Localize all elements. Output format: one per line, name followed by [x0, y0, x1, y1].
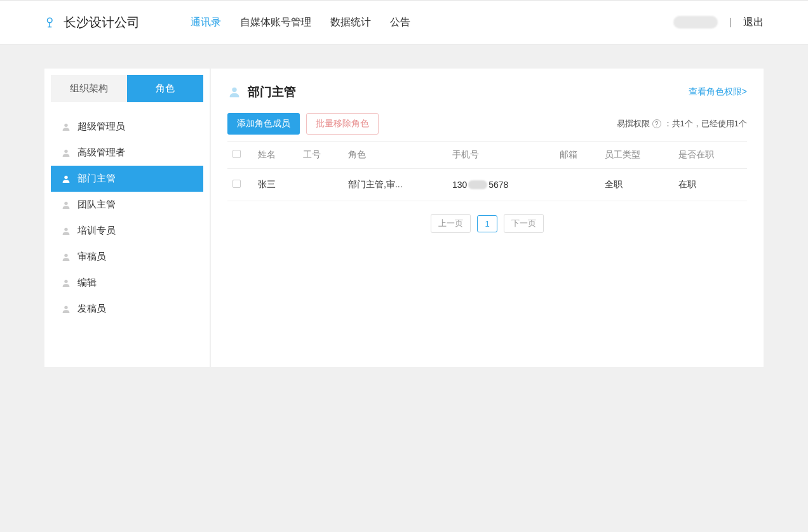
person-icon — [61, 252, 71, 262]
summary-prefix: 易撰权限 — [617, 118, 650, 130]
help-icon[interactable]: ? — [652, 119, 661, 128]
role-label: 编辑 — [77, 277, 97, 289]
cell-name: 张三 — [253, 169, 298, 201]
role-item-dept-manager[interactable]: 部门主管 — [51, 166, 203, 192]
select-all-checkbox[interactable] — [232, 150, 241, 158]
role-item-publisher[interactable]: 发稿员 — [51, 296, 203, 322]
role-label: 发稿员 — [77, 303, 106, 315]
svg-point-8 — [64, 305, 67, 309]
sidebar: 组织架构 角色 超级管理员 高级管理者 部门主管 团队主管 培训专员 — [44, 69, 210, 367]
role-item-trainer[interactable]: 培训专员 — [51, 218, 203, 244]
divider: | — [729, 17, 732, 28]
person-icon — [61, 278, 71, 288]
svg-point-5 — [64, 227, 67, 230]
col-name: 姓名 — [253, 142, 298, 169]
main-panel: 部门主管 查看角色权限> 添加角色成员 批量移除角色 易撰权限 ? ：共1个，已… — [211, 69, 764, 367]
tab-roles[interactable]: 角色 — [127, 75, 203, 102]
svg-point-0 — [48, 18, 53, 23]
role-item-super-admin[interactable]: 超级管理员 — [51, 114, 203, 140]
role-item-team-lead[interactable]: 团队主管 — [51, 192, 203, 218]
logout-link[interactable]: 退出 — [743, 16, 764, 29]
cell-active: 在职 — [673, 169, 747, 201]
svg-point-6 — [64, 253, 67, 256]
cell-role: 部门主管,审... — [343, 169, 447, 201]
person-icon — [61, 174, 71, 184]
top-nav: 通讯录 自媒体账号管理 数据统计 公告 — [191, 16, 410, 29]
role-label: 部门主管 — [77, 173, 116, 185]
sidebar-tabs: 组织架构 角色 — [51, 75, 203, 102]
panel-head: 部门主管 查看角色权限> — [227, 84, 747, 100]
summary-suffix: ：共1个，已经使用1个 — [664, 118, 747, 130]
panel-title: 部门主管 — [248, 84, 296, 100]
person-icon — [227, 85, 241, 99]
permission-summary: 易撰权限 ? ：共1个，已经使用1个 — [617, 118, 747, 130]
role-list: 超级管理员 高级管理者 部门主管 团队主管 培训专员 审稿员 — [51, 114, 203, 322]
person-icon — [61, 226, 71, 236]
person-icon — [61, 148, 71, 158]
nav-statistics[interactable]: 数据统计 — [330, 16, 371, 29]
role-label: 培训专员 — [77, 225, 116, 237]
batch-remove-button[interactable]: 批量移除角色 — [306, 113, 379, 135]
role-item-reviewer[interactable]: 审稿员 — [51, 244, 203, 270]
svg-point-9 — [232, 88, 236, 92]
logo-area: 长沙设计公司 — [44, 14, 140, 31]
col-active: 是否在职 — [673, 142, 747, 169]
col-email: 邮箱 — [555, 142, 600, 169]
tab-org-structure[interactable]: 组织架构 — [51, 75, 127, 102]
action-row: 添加角色成员 批量移除角色 易撰权限 ? ：共1个，已经使用1个 — [227, 113, 747, 135]
cell-phone: 130 5678 — [447, 169, 555, 201]
action-buttons: 添加角色成员 批量移除角色 — [227, 113, 379, 135]
phone-masked — [468, 180, 487, 189]
col-phone: 手机号 — [447, 142, 555, 169]
phone-prefix: 130 — [452, 180, 467, 190]
person-icon — [61, 200, 71, 210]
members-table: 姓名 工号 角色 手机号 邮箱 员工类型 是否在职 张三 部门主管,审... — [227, 141, 747, 201]
svg-point-7 — [64, 279, 67, 283]
role-item-senior-manager[interactable]: 高级管理者 — [51, 140, 203, 166]
role-label: 团队主管 — [77, 199, 116, 211]
pagination: 上一页 1 下一页 — [227, 214, 747, 233]
nav-announcements[interactable]: 公告 — [390, 16, 410, 29]
cell-employee-id — [298, 169, 343, 201]
svg-point-1 — [64, 123, 67, 126]
nav-media-accounts[interactable]: 自媒体账号管理 — [240, 16, 311, 29]
svg-point-3 — [64, 175, 67, 178]
person-icon — [61, 122, 71, 132]
table-row[interactable]: 张三 部门主管,审... 130 5678 全职 在职 — [227, 169, 747, 201]
view-permissions-link[interactable]: 查看角色权限> — [689, 86, 747, 98]
add-member-button[interactable]: 添加角色成员 — [227, 113, 300, 135]
role-label: 超级管理员 — [77, 121, 125, 133]
cell-email — [555, 169, 600, 201]
svg-point-2 — [64, 149, 67, 152]
content: 组织架构 角色 超级管理员 高级管理者 部门主管 团队主管 培训专员 — [0, 44, 808, 391]
col-role: 角色 — [343, 142, 447, 169]
role-item-editor[interactable]: 编辑 — [51, 270, 203, 296]
company-name: 长沙设计公司 — [64, 14, 140, 31]
svg-point-4 — [64, 201, 67, 204]
person-icon — [61, 304, 71, 314]
row-checkbox[interactable] — [232, 180, 241, 188]
nav-contacts[interactable]: 通讯录 — [191, 16, 221, 29]
page-1-button[interactable]: 1 — [477, 215, 497, 232]
logo-icon — [44, 15, 56, 29]
role-label: 高级管理者 — [77, 147, 125, 159]
header-right: | 退出 — [673, 16, 764, 29]
panel-title-wrap: 部门主管 — [227, 84, 296, 100]
cell-employee-type: 全职 — [600, 169, 673, 201]
prev-page-button[interactable]: 上一页 — [431, 214, 471, 233]
role-label: 审稿员 — [77, 251, 106, 263]
phone-suffix: 5678 — [488, 180, 508, 190]
user-name[interactable] — [673, 16, 718, 29]
header-left: 长沙设计公司 通讯录 自媒体账号管理 数据统计 公告 — [44, 14, 410, 31]
header: 长沙设计公司 通讯录 自媒体账号管理 数据统计 公告 | 退出 — [0, 0, 808, 44]
col-employee-type: 员工类型 — [600, 142, 673, 169]
col-employee-id: 工号 — [298, 142, 343, 169]
next-page-button[interactable]: 下一页 — [504, 214, 544, 233]
